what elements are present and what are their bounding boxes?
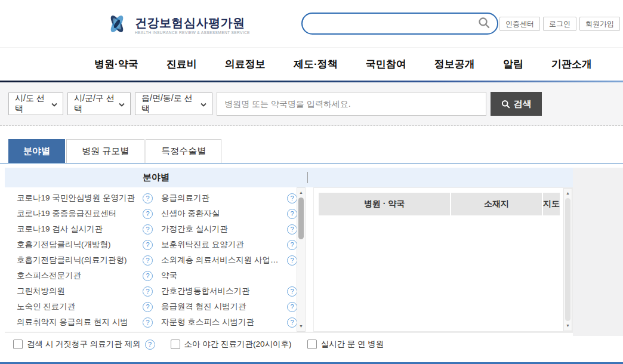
footer-option-2: 실시간 문 연 병원: [307, 339, 384, 350]
tab-1[interactable]: 병원 규모별: [66, 139, 144, 163]
help-icon[interactable]: ?: [287, 224, 297, 235]
footer-option-0: 검색 시 거짓청구 의료기관 제외?: [13, 339, 155, 350]
list-item-label: 코로나19 국민안심병원 운영기관: [17, 193, 135, 203]
help-icon[interactable]: ?: [143, 255, 153, 266]
list-item-label: 코로나19 검사 실시기관: [17, 224, 103, 235]
category-scrollbar[interactable]: ▲ ▼: [297, 187, 306, 332]
list-item[interactable]: 호흡기전담클리닉(개방형)?: [17, 237, 153, 252]
list-item[interactable]: 자문형 호스피스 시범기관?: [161, 314, 297, 330]
list-item-label: 호흡기전담클리닉(개방형): [17, 239, 111, 250]
results-scrollbar[interactable]: ▲ ▼: [563, 188, 572, 331]
list-item[interactable]: 소외계층 의료서비스지원 사업…?: [161, 252, 297, 268]
list-item[interactable]: 코로나19 검사 실시기관?: [17, 221, 153, 237]
nav-item-0[interactable]: 병원·약국: [94, 57, 138, 71]
category-column-2: 응급의료기관?신생아 중환자실?가정간호 실시기관?보훈위탁진료 요양기관?소외…: [161, 190, 297, 330]
help-icon[interactable]: ?: [143, 193, 153, 203]
tab-0[interactable]: 분야별: [8, 139, 65, 163]
help-icon[interactable]: ?: [287, 255, 297, 266]
help-icon[interactable]: ?: [143, 240, 153, 250]
list-item[interactable]: 호흡기전담클리닉(의료기관형)?: [17, 252, 153, 268]
nav-item-7[interactable]: 기관소개: [551, 57, 592, 71]
list-item[interactable]: 의료취약지 응급의료 현지 시범?: [17, 314, 153, 330]
list-item[interactable]: 약국: [161, 268, 297, 283]
help-icon[interactable]: ?: [143, 224, 153, 235]
search-icon: [477, 16, 491, 31]
list-item[interactable]: 노숙인 진료기관?: [17, 299, 153, 314]
help-icon[interactable]: ?: [143, 302, 153, 312]
help-icon[interactable]: ?: [143, 317, 153, 328]
list-item-label: 간호간병통합서비스기관: [161, 286, 250, 297]
help-icon[interactable]: ?: [287, 286, 297, 297]
tabs: 분야별병원 규모별특정수술별: [8, 139, 623, 163]
logo-title: 건강보험심사평가원: [135, 16, 250, 29]
list-item[interactable]: 간호간병통합서비스기관?: [161, 283, 297, 299]
results-column-1: 소재지: [451, 193, 542, 215]
search-button[interactable]: 검색: [491, 92, 542, 116]
select-value: 시/도 선택: [15, 93, 51, 115]
header-button-1[interactable]: 로그인: [543, 17, 576, 31]
checkbox-label: 소아 야간 진료기관(20시이후): [184, 339, 292, 350]
list-item[interactable]: 가정간호 실시기관?: [161, 221, 297, 237]
header-buttons: 인증센터로그인회원가입: [499, 17, 620, 31]
keyword-input[interactable]: [217, 92, 486, 116]
scroll-up-icon[interactable]: ▲: [564, 189, 572, 198]
filter-select-0[interactable]: 시/도 선택: [8, 92, 63, 115]
filter-select-2[interactable]: 읍/면/동/로 선택: [135, 92, 212, 115]
search-icon: [501, 100, 510, 109]
filter-bar: 시/도 선택시/군/구 선택읍/면/동/로 선택 검색: [0, 82, 623, 126]
filter-select-1[interactable]: 시/군/구 선택: [67, 92, 131, 115]
header-button-0[interactable]: 인증센터: [499, 17, 540, 31]
tab-2[interactable]: 특정수술별: [146, 139, 221, 163]
global-search-button[interactable]: [477, 16, 491, 31]
help-icon[interactable]: ?: [287, 240, 297, 250]
list-item[interactable]: 호스피스전문기관?: [17, 268, 153, 283]
nav-item-6[interactable]: 알림: [503, 57, 523, 71]
hira-logo-icon: [104, 10, 129, 40]
checkbox[interactable]: [307, 340, 317, 349]
list-item[interactable]: 응급의료기관?: [161, 190, 297, 206]
scrollbar-thumb[interactable]: [298, 198, 304, 239]
help-icon[interactable]: ?: [287, 193, 297, 203]
panel-header: 분야별: [5, 168, 573, 187]
content: 코로나19 국민안심병원 운영기관?코로나19 중증응급진료센터?코로나19 검…: [5, 187, 573, 332]
help-icon[interactable]: ?: [143, 286, 153, 297]
help-icon[interactable]: ?: [143, 271, 153, 281]
scroll-down-icon[interactable]: ▼: [297, 322, 305, 331]
help-icon[interactable]: ?: [145, 340, 155, 350]
logo[interactable]: 건강보험심사평가원 HEALTH INSURANCE REVIEW & ASSE…: [104, 10, 250, 40]
checkbox-label: 검색 시 거짓청구 의료기관 제외: [27, 339, 141, 350]
help-icon[interactable]: ?: [143, 209, 153, 219]
list-item[interactable]: 그린처방의원?: [17, 283, 153, 299]
scrollbar-thumb[interactable]: [565, 198, 570, 321]
header: 건강보험심사평가원 HEALTH INSURANCE REVIEW & ASSE…: [0, 0, 623, 48]
footer-option-1: 소아 야간 진료기관(20시이후): [171, 339, 292, 350]
help-icon[interactable]: ?: [287, 317, 297, 328]
lower-area: 분야별 코로나19 국민안심병원 운영기관?코로나19 중증응급진료센터?코로나…: [0, 168, 623, 332]
list-item-label: 신생아 중환자실: [161, 208, 220, 219]
main-nav: 병원·약국진료비의료정보제도·정책국민참여정보공개알림기관소개: [0, 48, 623, 81]
checkbox[interactable]: [171, 340, 180, 349]
help-icon[interactable]: ?: [287, 209, 297, 219]
nav-item-3[interactable]: 제도·정책: [294, 57, 338, 71]
list-item[interactable]: 응급원격 협진 시범기관?: [161, 299, 297, 314]
checkbox[interactable]: [13, 340, 23, 349]
select-value: 시/군/구 선택: [74, 93, 119, 115]
global-search-input[interactable]: [311, 18, 477, 29]
header-button-2[interactable]: 회원가입: [579, 17, 620, 31]
help-icon[interactable]: ?: [287, 302, 297, 312]
list-item[interactable]: 신생아 중환자실?: [161, 206, 297, 221]
list-item-label: 호흡기전담클리닉(의료기관형): [17, 255, 127, 266]
results-column-2: 지도: [543, 193, 560, 215]
list-item[interactable]: 코로나19 국민안심병원 운영기관?: [17, 190, 153, 206]
scroll-down-icon[interactable]: ▼: [564, 322, 572, 330]
nav-item-2[interactable]: 의료정보: [225, 57, 266, 71]
list-item-label: 소외계층 의료서비스지원 사업…: [161, 255, 279, 266]
nav-item-1[interactable]: 진료비: [166, 57, 197, 71]
list-item-label: 의료취약지 응급의료 현지 시범: [17, 317, 128, 328]
list-item[interactable]: 보훈위탁진료 요양기관?: [161, 237, 297, 252]
nav-item-5[interactable]: 정보공개: [434, 57, 475, 71]
list-item[interactable]: 코로나19 중증응급진료센터?: [17, 206, 153, 221]
nav-item-4[interactable]: 국민참여: [366, 57, 406, 71]
scroll-up-icon[interactable]: ▲: [297, 189, 305, 197]
search-button-label: 검색: [514, 98, 532, 110]
